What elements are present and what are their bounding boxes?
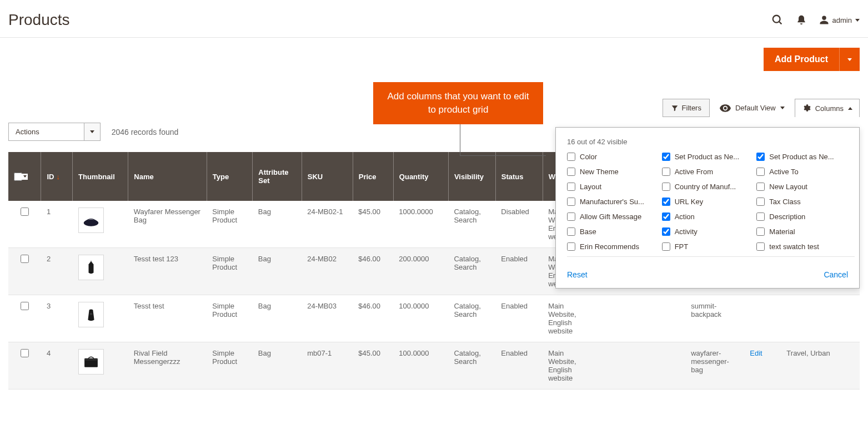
column-checkbox[interactable] [662, 213, 670, 221]
column-checkbox[interactable] [756, 198, 765, 206]
sort-arrow-icon: ↓ [56, 173, 60, 181]
row-checkbox[interactable] [21, 255, 29, 263]
user-menu[interactable]: admin [819, 15, 860, 25]
th-id[interactable]: ID↓ [41, 152, 73, 201]
add-product-toggle[interactable] [839, 48, 860, 71]
cell-visibility: Catalog, Search [448, 201, 495, 248]
add-product-button[interactable]: Add Product [764, 48, 839, 71]
column-toggle[interactable]: Activity [662, 227, 752, 236]
column-checkbox[interactable] [662, 183, 670, 191]
cell-visibility: Catalog, Search [448, 295, 495, 342]
column-checkbox[interactable] [662, 242, 670, 251]
column-label: Base [580, 227, 596, 236]
column-toggle[interactable]: Description [756, 213, 847, 221]
column-checkbox[interactable] [662, 227, 670, 236]
column-toggle[interactable]: Base [567, 227, 658, 236]
column-checkbox[interactable] [567, 213, 575, 221]
cell-name: Tesst test [128, 295, 207, 342]
column-checkbox[interactable] [756, 242, 765, 251]
column-toggle[interactable]: Active From [662, 168, 752, 176]
cell-status: Enabled [495, 248, 543, 295]
column-label: URL Key [675, 198, 704, 206]
cell-type: Simple Product [207, 248, 253, 295]
column-toggle[interactable]: New Theme [567, 168, 658, 176]
columns-dropdown-panel: 16 out of 42 visible ColorSet Product as… [555, 127, 860, 289]
actions-toggle[interactable] [84, 123, 100, 140]
column-toggle[interactable]: Set Product as Ne... [756, 153, 847, 161]
th-attribute-set[interactable]: Attribute Set [253, 152, 302, 201]
column-checkbox[interactable] [662, 168, 670, 176]
column-toggle[interactable]: New Layout [756, 183, 847, 191]
column-toggle[interactable]: Layout [567, 183, 658, 191]
notifications-icon[interactable] [796, 14, 807, 26]
column-checkbox[interactable] [756, 168, 765, 176]
column-label: Action [675, 213, 695, 221]
th-quantity[interactable]: Quantity [393, 152, 448, 201]
th-sku[interactable]: SKU [302, 152, 353, 201]
column-checkbox[interactable] [756, 227, 765, 236]
column-toggle[interactable]: Tax Class [756, 198, 847, 206]
cancel-link[interactable]: Cancel [824, 270, 848, 279]
th-visibility[interactable]: Visibility [448, 152, 495, 201]
column-checkbox[interactable] [756, 153, 765, 161]
th-price[interactable]: Price [353, 152, 393, 201]
user-icon [819, 15, 829, 25]
reset-link[interactable]: Reset [567, 270, 588, 279]
column-checkbox[interactable] [567, 183, 575, 191]
cell-new-from [591, 342, 638, 389]
column-checkbox[interactable] [756, 183, 765, 191]
table-row[interactable]: 3Tesst testSimple ProductBag24-MB03$46.0… [8, 295, 860, 342]
gear-icon [802, 104, 811, 113]
th-type[interactable]: Type [207, 152, 253, 201]
cell-name: Wayfarer Messenger Bag [128, 201, 207, 248]
columns-selector[interactable]: Columns [795, 99, 860, 117]
column-checkbox[interactable] [567, 242, 575, 251]
column-toggle[interactable]: Manufacturer's Su... [567, 198, 658, 206]
column-toggle[interactable]: Color [567, 153, 658, 161]
column-toggle[interactable]: Material [756, 227, 847, 236]
cell-action[interactable]: Edit [744, 342, 781, 389]
row-checkbox[interactable] [21, 349, 29, 357]
cell-activity [781, 295, 860, 342]
column-toggle[interactable]: FPT [662, 242, 752, 251]
th-thumbnail[interactable]: Thumbnail [73, 152, 128, 201]
svg-point-0 [772, 16, 780, 23]
column-checkbox[interactable] [567, 198, 575, 206]
column-toggle[interactable]: Erin Recommends [567, 242, 658, 251]
column-toggle[interactable]: URL Key [662, 198, 752, 206]
cell-thumbnail [73, 342, 128, 389]
column-label: Active To [769, 168, 799, 176]
column-toggle[interactable]: Action [662, 213, 752, 221]
column-label: Set Product as Ne... [675, 153, 739, 161]
column-checkbox[interactable] [567, 227, 575, 236]
view-selector[interactable]: Default View [720, 104, 785, 112]
cell-attr: Bag [253, 295, 302, 342]
table-row[interactable]: 4Rival Field MessengerzzzSimple ProductB… [8, 342, 860, 389]
cell-activity: Travel, Urban [781, 342, 860, 389]
columns-scroll-area[interactable]: ColorSet Product as Ne...Set Product as … [567, 153, 855, 257]
select-all-toggle[interactable] [22, 174, 28, 180]
visible-count-label: 16 out of 42 visible [567, 138, 855, 146]
chevron-down-icon [847, 58, 852, 61]
column-toggle[interactable]: Active To [756, 168, 847, 176]
filters-button[interactable]: Filters [663, 99, 710, 117]
edit-link[interactable]: Edit [750, 349, 762, 357]
actions-select[interactable]: Actions [8, 123, 101, 141]
select-all-checkbox[interactable] [14, 173, 22, 181]
row-checkbox[interactable] [21, 208, 29, 216]
column-toggle[interactable]: Allow Gift Message [567, 213, 658, 221]
column-checkbox[interactable] [662, 198, 670, 206]
search-icon[interactable] [771, 14, 784, 26]
column-checkbox[interactable] [567, 168, 575, 176]
row-checkbox[interactable] [21, 302, 29, 310]
column-label: Color [580, 153, 597, 161]
column-checkbox[interactable] [756, 213, 765, 221]
column-checkbox[interactable] [567, 153, 575, 161]
column-toggle[interactable]: text swatch test [756, 242, 847, 251]
th-name[interactable]: Name [128, 152, 207, 201]
column-toggle[interactable]: Set Product as Ne... [662, 153, 752, 161]
cell-url-key: summit-backpack [685, 295, 744, 342]
th-status[interactable]: Status [495, 152, 543, 201]
column-toggle[interactable]: Country of Manuf... [662, 183, 752, 191]
column-checkbox[interactable] [662, 153, 670, 161]
